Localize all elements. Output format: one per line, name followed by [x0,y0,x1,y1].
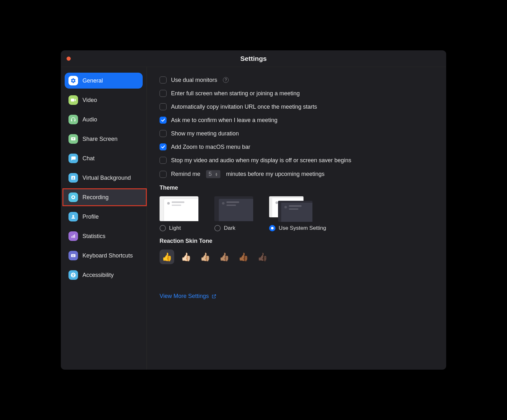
theme-thumb-system [269,196,314,221]
stepper-arrows-icon: ▲▼ [215,172,218,176]
more-link-label: View More Settings [160,293,209,300]
sidebar-item-accessibility[interactable]: Accessibility [65,267,143,283]
sidebar-item-chat[interactable]: Chat [65,150,143,166]
sidebar-item-profile[interactable]: Profile [65,209,143,225]
sidebar-item-recording[interactable]: Recording [63,189,146,205]
checkbox-fullscreen-start[interactable] [160,90,167,97]
svg-rect-8 [74,235,75,238]
skin-tone-5[interactable]: 👍🏿 [255,250,270,264]
svg-rect-11 [73,255,73,256]
checkbox-copy-invite-url[interactable] [160,103,167,110]
checkbox-menubar[interactable] [160,143,167,150]
sidebar-item-label: Share Screen [82,136,118,142]
skin-tone-4[interactable]: 👍🏾 [236,250,251,264]
remind-prefix: Remind me [171,171,200,177]
virtual-background-icon [68,173,78,183]
svg-rect-10 [72,255,73,256]
checkbox-stop-on-sleep[interactable] [160,157,167,164]
option-label: Automatically copy invitation URL once t… [171,104,317,110]
option-menubar: Add Zoom to macOS menu bar [160,143,433,150]
option-label: Enter full screen when starting or joini… [171,90,300,97]
remind-suffix: minutes before my upcoming meetings [226,171,325,177]
recording-icon [68,192,78,202]
radio-theme-light[interactable] [160,225,166,231]
gear-icon [68,76,78,85]
remind-minutes-value: 5 [209,171,212,177]
option-confirm-leave: Ask me to confirm when I leave a meeting [160,117,433,124]
sidebar-item-label: General [82,77,103,84]
sidebar: General Video Audio Share Screen [61,67,147,370]
sidebar-item-label: Recording [82,194,109,201]
chat-icon [68,154,78,163]
radio-theme-dark[interactable] [214,225,221,231]
svg-rect-13 [74,255,75,256]
option-label: Stop my video and audio when my display … [171,157,351,164]
option-dual-monitors: Use dual monitors ? [160,76,433,83]
sidebar-item-label: Virtual Background [82,175,131,181]
option-copy-invite-url: Automatically copy invitation URL once t… [160,103,433,110]
video-icon [68,95,78,105]
radio-theme-system[interactable] [269,225,275,231]
svg-point-5 [72,215,74,217]
svg-rect-12 [73,255,74,256]
theme-option-light[interactable]: Light [160,196,198,231]
skin-tone-1[interactable]: 👍🏻 [179,250,193,264]
window-title: Settings [61,55,446,62]
settings-window: Settings General Video Audio [61,50,446,370]
svg-rect-7 [73,235,74,238]
sidebar-item-label: Video [82,97,97,104]
theme-thumb-dark [214,196,253,221]
theme-label: Dark [224,225,235,231]
checkbox-dual-monitors[interactable] [160,76,167,83]
headphones-icon [68,115,78,124]
sidebar-item-keyboard-shortcuts[interactable]: Keyboard Shortcuts [65,248,143,264]
option-label: Use dual monitors [171,77,217,83]
accessibility-icon [68,270,78,280]
theme-option-system[interactable]: Use System Setting [269,196,326,231]
sidebar-item-label: Accessibility [82,272,114,279]
option-label: Show my meeting duration [171,130,239,137]
checkbox-show-duration[interactable] [160,130,167,137]
sidebar-item-video[interactable]: Video [65,92,143,108]
sidebar-item-label: Audio [82,116,97,123]
share-screen-icon [68,134,78,144]
theme-label: Light [169,225,181,231]
skin-tone-0[interactable]: 👍 [160,250,174,264]
svg-rect-9 [71,254,75,257]
keyboard-icon [68,251,78,260]
view-more-settings-link[interactable]: View More Settings [160,293,217,300]
theme-option-dark[interactable]: Dark [214,196,253,231]
sidebar-item-label: Chat [82,155,95,162]
theme-section-title: Theme [160,185,433,191]
sidebar-item-statistics[interactable]: Statistics [65,228,143,244]
checkbox-confirm-leave[interactable] [160,117,167,124]
body: General Video Audio Share Screen [61,67,446,370]
option-label: Add Zoom to macOS menu bar [171,144,250,150]
theme-options: Light Dark [160,196,433,231]
sidebar-item-virtual-background[interactable]: Virtual Background [65,170,143,186]
sidebar-item-label: Profile [82,214,99,220]
option-remind-me: Remind me 5 ▲▼ minutes before my upcomin… [160,170,433,178]
help-icon[interactable]: ? [223,77,229,83]
sidebar-item-label: Statistics [82,233,105,240]
skin-tone-options: 👍 👍🏻 👍🏼 👍🏽 👍🏾 👍🏿 [160,250,433,264]
skin-tone-2[interactable]: 👍🏼 [198,250,212,264]
option-show-duration: Show my meeting duration [160,130,433,137]
svg-point-16 [73,273,74,274]
sidebar-item-share-screen[interactable]: Share Screen [65,131,143,147]
skin-tone-3[interactable]: 👍🏽 [217,250,232,264]
remind-minutes-stepper[interactable]: 5 ▲▼ [206,170,220,178]
sidebar-item-audio[interactable]: Audio [65,112,143,127]
statistics-icon [68,231,78,241]
titlebar: Settings [61,50,446,67]
theme-thumb-light [160,196,198,221]
profile-icon [68,212,78,221]
svg-point-4 [72,196,74,198]
sidebar-item-general[interactable]: General [65,73,143,89]
settings-content-general: Use dual monitors ? Enter full screen wh… [147,67,446,370]
option-fullscreen-start: Enter full screen when starting or joini… [160,90,433,97]
checkbox-remind-me[interactable] [160,171,167,178]
svg-point-2 [73,177,74,178]
close-window-button[interactable] [67,56,71,61]
skin-tone-section-title: Reaction Skin Tone [160,238,433,244]
